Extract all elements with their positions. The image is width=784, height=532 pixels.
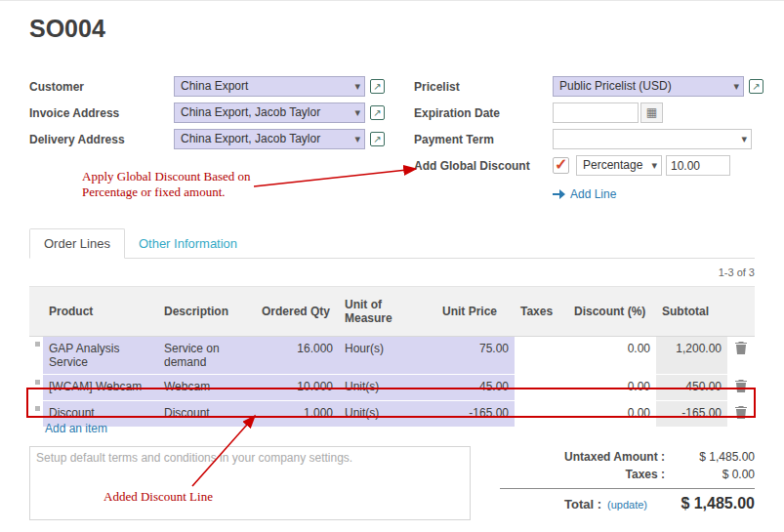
pricelist-select[interactable]: Public Pricelist (USD) [553, 76, 744, 97]
external-link-icon[interactable]: ↗ [370, 105, 385, 120]
cell-ordered-qty: 16.000 [256, 337, 339, 375]
customer-label: Customer [29, 80, 174, 94]
discount-amount-input[interactable] [666, 155, 730, 176]
expiration-date-input[interactable] [553, 102, 639, 123]
col-subtotal: Subtotal [656, 287, 727, 337]
annotation-line-2: Percentage or fixed amount. [82, 184, 251, 200]
cell-unit-of-measure: Hour(s) [339, 337, 436, 375]
cell-taxes [515, 337, 568, 375]
terms-conditions-textarea[interactable] [29, 446, 471, 520]
taxes-value: $ 0.00 [665, 468, 755, 481]
field-customer: Customer China Export ↗ [29, 73, 385, 100]
form-left-column: Customer China Export ↗ Invoice Address … [29, 73, 385, 152]
cell-ordered-qty: 1.000 [256, 401, 339, 428]
cell-discount: 0.00 [568, 375, 656, 401]
invoice-address-value: China Export, Jacob Taylor [181, 105, 320, 119]
calendar-icon[interactable]: ▦ [640, 102, 663, 123]
tab-order-lines[interactable]: Order Lines [29, 228, 125, 259]
external-link-icon[interactable]: ↗ [370, 132, 385, 146]
invoice-address-label: Invoice Address [29, 106, 174, 120]
field-invoice-address: Invoice Address China Export, Jacob Tayl… [29, 100, 385, 126]
trash-icon[interactable] [735, 342, 747, 354]
drag-handle[interactable] [29, 375, 43, 401]
delivery-address-value: China Export, Jacob Taylor [181, 132, 320, 145]
external-link-icon[interactable]: ↗ [370, 79, 385, 94]
drag-handle[interactable] [29, 337, 43, 375]
delete-row-cell [727, 401, 755, 428]
table-header-row: Product Description Ordered Qty Unit of … [29, 287, 755, 337]
trash-icon[interactable] [735, 380, 747, 392]
drag-handle[interactable] [29, 401, 43, 428]
cell-discount: 0.00 [568, 337, 656, 375]
annotation-added-discount-line: Added Discount Line [103, 489, 213, 505]
page-title: SO004 [29, 15, 105, 43]
order-line-row[interactable]: GAP Analysis Service Service on demand 1… [29, 337, 755, 375]
arrow-right-icon [553, 189, 565, 199]
cell-description: Discount [158, 401, 256, 428]
global-discount-label: Add Global Discount [414, 159, 553, 173]
pager: 1-3 of 3 [29, 266, 755, 278]
untaxed-amount-row: Untaxed Amount : $ 1,485.00 [500, 448, 755, 466]
discount-type-value: Percentage [583, 158, 642, 172]
col-unit-of-measure: Unit of Measure [339, 287, 436, 337]
expiration-date-label: Expiration Date [414, 106, 553, 120]
global-discount-checkbox[interactable] [553, 157, 569, 174]
customer-value: China Export [181, 79, 248, 93]
cell-unit-price: 45.00 [436, 375, 515, 401]
invoice-address-select[interactable]: China Export, Jacob Taylor [174, 102, 365, 123]
col-unit-price: Unit Price [436, 287, 515, 337]
col-ordered-qty: Ordered Qty [256, 287, 339, 337]
total-value: $ 1,485.00 [647, 495, 755, 512]
sale-order-form: SO004 Customer China Export ↗ Invoice Ad… [0, 0, 784, 532]
external-link-icon[interactable]: ↗ [749, 79, 763, 94]
customer-select[interactable]: China Export [174, 76, 365, 97]
untaxed-amount-label: Untaxed Amount : [564, 450, 665, 464]
cell-description: Service on demand [158, 337, 256, 375]
taxes-row: Taxes : $ 0.00 [500, 466, 755, 483]
cell-product: [WCAM] Webcam [43, 375, 158, 401]
payment-term-select[interactable] [553, 129, 752, 149]
field-expiration-date: Expiration Date ▦ [414, 100, 763, 126]
col-delete [727, 287, 755, 337]
field-global-discount: Add Global Discount Percentage [414, 152, 763, 179]
add-line-button[interactable]: Add Line [553, 183, 763, 206]
delivery-address-select[interactable]: China Export, Jacob Taylor [174, 129, 365, 149]
cell-unit-price: -165.00 [436, 401, 515, 428]
add-an-item-link[interactable]: Add an item [45, 422, 107, 435]
pricelist-value: Public Pricelist (USD) [559, 79, 672, 93]
delivery-address-label: Delivery Address [29, 133, 174, 146]
update-total-link[interactable]: (update) [607, 499, 647, 511]
payment-term-label: Payment Term [414, 133, 553, 146]
order-line-row[interactable]: [WCAM] Webcam Webcam 10.000 Unit(s) 45.0… [29, 375, 755, 401]
total-label: Total : [564, 497, 601, 512]
cell-product: GAP Analysis Service [43, 337, 158, 375]
col-taxes: Taxes [515, 287, 568, 337]
col-product: Product [43, 287, 158, 337]
discount-type-select[interactable]: Percentage [576, 155, 662, 176]
annotation-line-1: Apply Global Discount Based on [82, 169, 251, 184]
order-lines-table: Product Description Ordered Qty Unit of … [29, 286, 755, 428]
tab-other-information[interactable]: Other Information [125, 229, 251, 258]
cell-subtotal: 450.00 [656, 375, 727, 401]
total-row: Total : (update) $ 1,485.00 [500, 493, 755, 514]
col-description: Description [158, 287, 256, 337]
order-line-row-discount[interactable]: Discount Discount 1.000 Unit(s) -165.00 … [29, 401, 755, 428]
pricelist-label: Pricelist [414, 80, 553, 94]
col-discount: Discount (%) [568, 287, 656, 337]
cell-description: Webcam [158, 375, 256, 401]
cell-taxes [515, 401, 568, 428]
untaxed-amount-value: $ 1,485.00 [665, 450, 755, 464]
add-line-label: Add Line [570, 187, 616, 201]
totals-panel: Untaxed Amount : $ 1,485.00 Taxes : $ 0.… [500, 448, 755, 514]
form-right-column: Pricelist Public Pricelist (USD) ↗ Expir… [414, 73, 763, 206]
cell-unit-of-measure: Unit(s) [339, 375, 436, 401]
trash-icon[interactable] [735, 406, 747, 419]
taxes-label: Taxes : [626, 468, 665, 481]
annotation-global-discount: Apply Global Discount Based on Percentag… [82, 169, 251, 200]
notebook-tabs: Order Lines Other Information [29, 229, 755, 259]
field-payment-term: Payment Term [414, 126, 763, 152]
cell-discount: 0.00 [568, 401, 656, 428]
cell-ordered-qty: 10.000 [256, 375, 339, 401]
cell-subtotal: 1,200.00 [656, 337, 727, 375]
delete-row-cell [727, 337, 755, 375]
